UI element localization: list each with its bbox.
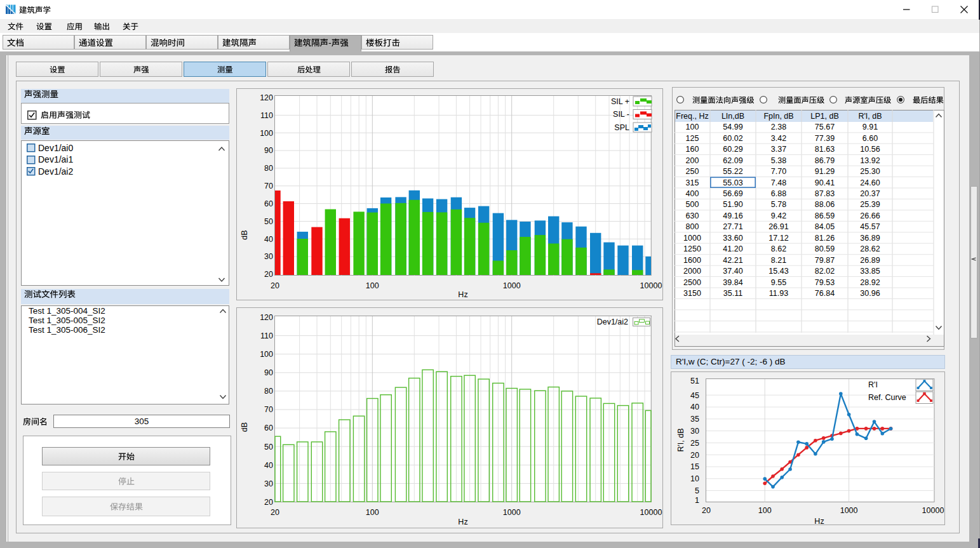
svg-text:28.62: 28.62 [860, 244, 880, 253]
svg-text:62.09: 62.09 [723, 156, 742, 165]
svg-text:24.60: 24.60 [860, 178, 880, 187]
svg-text:dB: dB [240, 422, 249, 432]
svg-text:2.38: 2.38 [771, 123, 786, 131]
svg-text:Hz: Hz [458, 290, 467, 299]
svg-text:6.60: 6.60 [863, 134, 878, 143]
svg-text:70: 70 [264, 182, 273, 190]
svg-text:35: 35 [690, 415, 699, 424]
svg-text:R'I: R'I [868, 380, 878, 389]
svg-text:33.85: 33.85 [860, 267, 880, 276]
svg-text:91.29: 91.29 [815, 167, 835, 176]
svg-text:49.16: 49.16 [723, 211, 742, 220]
svg-text:dB: dB [240, 230, 249, 239]
svg-text:60.29: 60.29 [723, 145, 742, 154]
svg-text:3150: 3150 [683, 289, 701, 298]
svg-text:20: 20 [690, 451, 699, 460]
svg-text:60: 60 [264, 424, 273, 432]
svg-text:81.63: 81.63 [815, 145, 835, 154]
svg-text:51.90: 51.90 [723, 200, 742, 209]
svg-text:8.62: 8.62 [771, 244, 786, 253]
svg-text:27.71: 27.71 [723, 222, 742, 231]
svg-text:80: 80 [264, 387, 273, 396]
svg-text:40: 40 [264, 461, 273, 470]
svg-text:9.55: 9.55 [771, 278, 786, 287]
svg-text:86.79: 86.79 [815, 156, 835, 165]
svg-text:5.78: 5.78 [771, 200, 786, 209]
svg-text:630: 630 [686, 211, 699, 220]
svg-text:100: 100 [260, 350, 273, 359]
svg-text:42.21: 42.21 [723, 256, 742, 265]
svg-text:25.39: 25.39 [860, 200, 880, 209]
svg-text:Freq., Hz: Freq., Hz [676, 112, 708, 121]
svg-text:Hz: Hz [814, 517, 824, 525]
svg-text:25: 25 [690, 439, 699, 448]
svg-text:11.93: 11.93 [769, 289, 788, 298]
svg-text:30: 30 [690, 427, 699, 436]
svg-text:250: 250 [686, 167, 699, 176]
svg-text:5: 5 [695, 486, 699, 495]
svg-text:100: 100 [686, 123, 699, 131]
svg-text:LIn,dB: LIn,dB [722, 112, 744, 121]
svg-text:90: 90 [264, 368, 273, 377]
svg-text:13.92: 13.92 [860, 156, 880, 165]
svg-text:1: 1 [695, 496, 699, 505]
svg-text:40: 40 [690, 403, 699, 411]
svg-text:90: 90 [264, 146, 273, 155]
svg-text:1600: 1600 [683, 256, 701, 265]
svg-text:8.21: 8.21 [771, 256, 786, 265]
svg-text:20.37: 20.37 [860, 189, 880, 198]
svg-text:54.99: 54.99 [723, 123, 742, 131]
svg-text:Hz: Hz [458, 518, 467, 526]
svg-text:76.84: 76.84 [815, 289, 835, 298]
svg-text:110: 110 [260, 111, 273, 120]
svg-text:26.89: 26.89 [860, 256, 880, 265]
svg-text:200: 200 [686, 156, 699, 165]
svg-text:28.92: 28.92 [860, 278, 880, 287]
svg-text:1000: 1000 [683, 234, 701, 243]
svg-text:10000: 10000 [640, 281, 662, 290]
svg-text:20: 20 [264, 270, 273, 279]
svg-text:81.26: 81.26 [815, 234, 835, 243]
svg-text:88.06: 88.06 [815, 200, 835, 209]
svg-text:R'I, dB: R'I, dB [676, 428, 685, 451]
svg-text:15.43: 15.43 [769, 267, 788, 276]
svg-text:50: 50 [264, 443, 273, 451]
svg-text:70: 70 [264, 405, 273, 414]
svg-text:2500: 2500 [683, 278, 701, 287]
svg-text:100: 100 [366, 508, 379, 517]
svg-text:60: 60 [264, 199, 273, 208]
svg-text:1250: 1250 [683, 244, 701, 253]
svg-text:40: 40 [264, 235, 273, 244]
svg-text:100: 100 [366, 281, 379, 290]
svg-text:100: 100 [758, 506, 772, 515]
svg-text:37.40: 37.40 [723, 267, 742, 276]
svg-text:120: 120 [260, 313, 273, 322]
svg-text:82.02: 82.02 [815, 267, 835, 276]
svg-text:45: 45 [690, 391, 699, 400]
svg-text:6.88: 6.88 [771, 189, 786, 198]
svg-text:90.41: 90.41 [815, 178, 835, 187]
svg-text:80: 80 [264, 164, 273, 173]
svg-text:20: 20 [271, 508, 279, 517]
svg-text:79.53: 79.53 [815, 278, 835, 287]
svg-text:77.39: 77.39 [815, 134, 835, 143]
svg-text:75.67: 75.67 [815, 123, 835, 131]
svg-text:9.91: 9.91 [863, 123, 878, 131]
svg-text:41.20: 41.20 [723, 244, 742, 253]
svg-text:315: 315 [686, 178, 699, 187]
svg-text:400: 400 [686, 189, 699, 198]
svg-text:1000: 1000 [503, 508, 521, 517]
svg-text:45.57: 45.57 [860, 222, 880, 231]
svg-text:125: 125 [686, 134, 699, 143]
svg-text:55.22: 55.22 [723, 167, 742, 176]
svg-text:10.56: 10.56 [860, 145, 880, 154]
svg-text:120: 120 [260, 93, 273, 102]
svg-text:50: 50 [264, 217, 273, 226]
svg-text:79.87: 79.87 [815, 256, 835, 265]
svg-text:84.05: 84.05 [815, 222, 835, 231]
svg-text:7.70: 7.70 [771, 167, 786, 176]
svg-text:R'I, dB: R'I, dB [858, 112, 882, 121]
svg-text:800: 800 [686, 222, 699, 231]
svg-text:20: 20 [702, 506, 711, 515]
svg-text:26.91: 26.91 [769, 222, 788, 231]
